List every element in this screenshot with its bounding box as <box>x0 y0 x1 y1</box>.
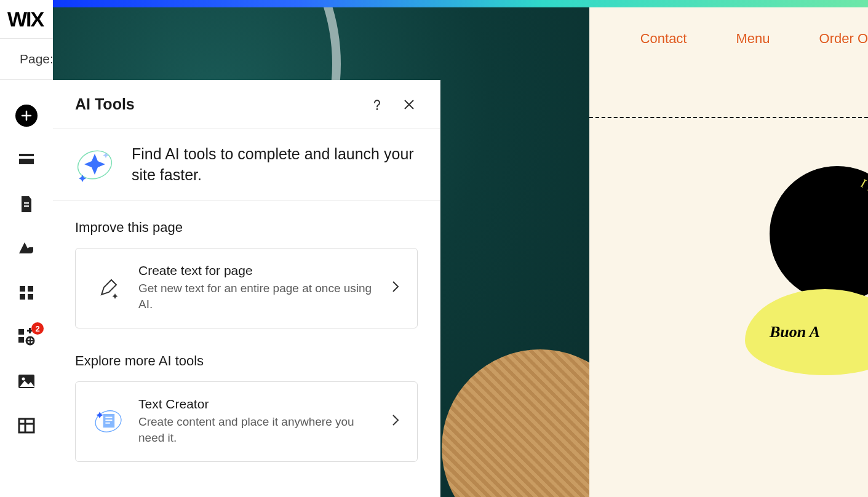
panel-body: Improve this page Create text for page G… <box>53 201 440 498</box>
svg-rect-13 <box>28 294 33 300</box>
notification-badge: 2 <box>31 322 44 335</box>
panel-intro-text: Find AI tools to complete and launch you… <box>132 144 418 186</box>
svg-rect-11 <box>28 286 33 292</box>
svg-rect-18 <box>29 328 31 333</box>
svg-text:INNAMORAT: INNAMORAT <box>859 176 868 285</box>
circular-badge[interactable]: INNAMORAT <box>770 166 868 301</box>
card-title: Create text for page <box>138 263 376 278</box>
close-icon[interactable] <box>400 96 418 113</box>
svg-rect-15 <box>18 337 24 343</box>
svg-rect-7 <box>19 159 34 164</box>
card-desc: Get new text for an entire page at once … <box>138 280 376 313</box>
ai-tools-panel: AI Tools Find AI tools to complete and l… <box>53 80 440 497</box>
svg-point-20 <box>22 378 25 381</box>
pencil-sparkle-icon <box>93 272 124 303</box>
wix-logo: WIX <box>7 7 43 31</box>
document-sparkle-icon <box>93 406 124 437</box>
section-divider <box>589 117 868 118</box>
theme-icon[interactable] <box>15 237 38 260</box>
pages-icon[interactable] <box>15 193 38 215</box>
svg-rect-9 <box>24 205 29 207</box>
text-creator-card[interactable]: Text Creator Create content and place it… <box>75 381 418 462</box>
panel-title: AI Tools <box>75 95 354 113</box>
apps-icon[interactable] <box>15 282 38 304</box>
chevron-right-icon <box>391 280 400 296</box>
svg-rect-27 <box>103 414 115 427</box>
create-text-card[interactable]: Create text for page Get new text for an… <box>75 248 418 328</box>
svg-rect-12 <box>20 294 25 300</box>
section-improve-title: Improve this page <box>75 220 418 236</box>
left-toolbar: 2 <box>0 80 53 497</box>
svg-point-24 <box>376 108 378 110</box>
nav-order[interactable]: Order O <box>819 31 868 47</box>
svg-rect-8 <box>24 202 29 204</box>
chevron-right-icon <box>391 413 400 429</box>
card-desc: Create content and place it anywhere you… <box>138 414 376 447</box>
card-title: Text Creator <box>138 397 376 412</box>
media-icon[interactable] <box>15 370 38 392</box>
svg-rect-6 <box>19 154 34 156</box>
site-nav: Contact Menu Order O <box>640 31 868 47</box>
panel-header: AI Tools <box>53 80 440 129</box>
panel-intro: Find AI tools to complete and launch you… <box>53 129 440 201</box>
section-explore-title: Explore more AI tools <box>75 353 418 369</box>
help-icon[interactable] <box>368 96 386 113</box>
ai-sparkle-icon <box>75 145 114 185</box>
cms-icon[interactable] <box>15 415 38 437</box>
svg-rect-14 <box>18 329 24 335</box>
svg-rect-21 <box>19 419 34 432</box>
svg-rect-10 <box>20 286 25 292</box>
loading-gradient-bar <box>53 0 868 7</box>
sections-icon[interactable] <box>15 149 38 171</box>
nav-menu[interactable]: Menu <box>736 31 770 47</box>
page-label: Page: <box>20 52 54 66</box>
nav-contact[interactable]: Contact <box>640 31 687 47</box>
add-element-button[interactable] <box>15 105 38 127</box>
app-market-icon[interactable]: 2 <box>15 326 38 348</box>
